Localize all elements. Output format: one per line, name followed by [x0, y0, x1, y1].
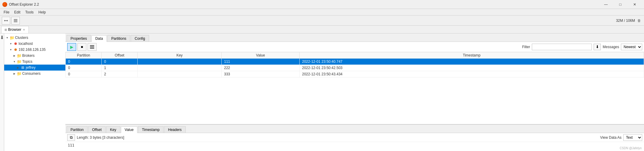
tab-config[interactable]: Config — [131, 35, 149, 42]
cell-value-0: 111 — [222, 59, 300, 65]
svg-rect-4 — [14, 20, 17, 21]
data-toolbar: ▶ ■ Filter ⬇ Messages — [65, 42, 644, 52]
cell-partition-2: 0 — [66, 71, 102, 77]
browser-tab-label: Browser — [8, 28, 21, 32]
title-bar: Offset Explorer 2.2 — □ ✕ — [0, 0, 644, 9]
maximize-button[interactable]: □ — [613, 0, 627, 9]
view-as-select[interactable]: Text JSON XML Hex — [623, 134, 642, 141]
tree-arrow-topics: ▼ — [13, 60, 16, 63]
minimize-button[interactable]: — — [599, 0, 613, 9]
cell-offset-1: 1 — [102, 65, 138, 71]
tree-label-topics: Topics — [22, 60, 32, 64]
table-row[interactable]: 0 0 111 2022-12-01 23:50:40.747 — [66, 59, 644, 65]
menu-file[interactable]: File — [1, 10, 12, 15]
sidebar-area: ⬇ ▼ 📁 Clusters ▼ localhost ▼ 192.168.126… — [0, 33, 65, 151]
title-bar-controls: — □ ✕ — [599, 0, 642, 9]
table-row[interactable]: 0 2 333 2022-12-01 23:50:43.434 — [66, 71, 644, 77]
tree-item-topics[interactable]: ▼ 📁 Topics — [4, 59, 70, 65]
menu-bar: File Edit Tools Help — [0, 9, 644, 16]
tree-icon-localhost — [13, 41, 18, 46]
svg-rect-6 — [90, 45, 94, 46]
cell-key-2 — [138, 71, 222, 77]
svg-rect-5 — [14, 22, 17, 22]
messages-select[interactable]: Newest Oldest — [621, 44, 642, 50]
memory-usage: 32M / 106M — [616, 19, 635, 23]
tree-label-jeffrey: jeffrey — [26, 65, 35, 70]
trash-button[interactable]: 🗑 — [636, 18, 642, 24]
data-table: Partition Offset Key Value Timestamp 0 0… — [65, 52, 644, 77]
btab-partition[interactable]: Partition — [67, 126, 88, 133]
svg-point-0 — [4, 20, 5, 21]
cell-timestamp-2: 2022-12-01 23:50:43.434 — [300, 71, 644, 77]
cell-offset-2: 2 — [102, 71, 138, 77]
value-display: 111 — [65, 142, 644, 151]
svg-rect-3 — [14, 19, 17, 20]
stop-button[interactable]: ■ — [77, 43, 86, 51]
view-as-label: View Data As — [600, 135, 622, 140]
filter-label: Filter — [522, 45, 530, 49]
tree-label-localhost: localhost — [19, 42, 33, 46]
bottom-panel: Partition Offset Key Value Timestamp Hea… — [65, 124, 644, 151]
menu-help[interactable]: Help — [36, 10, 48, 15]
download-button[interactable]: ⬇ — [594, 44, 601, 50]
header-partition: Partition — [66, 52, 102, 59]
copy-button[interactable]: ⧉ — [67, 134, 75, 141]
btab-value[interactable]: Value — [121, 126, 138, 133]
cell-partition-0: 0 — [66, 59, 102, 65]
bottom-tabs: Partition Offset Key Value Timestamp Hea… — [65, 125, 644, 133]
toolbar-left — [2, 17, 20, 25]
toolbar-settings-button[interactable] — [11, 17, 20, 25]
browser-tab-bar: ⊞ Browser × — [0, 26, 644, 33]
tree-label-brokers: Brokers — [22, 54, 34, 58]
btab-key[interactable]: Key — [106, 126, 120, 133]
tree-arrow-jeffrey: ▶ — [16, 66, 20, 69]
tree-item-jeffrey[interactable]: ▶ ⊞ jeffrey — [4, 65, 70, 71]
tree-arrow-consumers: ▶ — [13, 72, 16, 75]
sidebar-arrow[interactable]: ⬇ — [0, 35, 4, 40]
length-text: Length: 3 bytes [3 characters] — [77, 135, 124, 140]
watermark: CSDN @Jafelyn — [620, 147, 642, 150]
messages-label: Messages — [603, 45, 619, 49]
svg-rect-8 — [90, 48, 94, 49]
tree-arrow-brokers: ▶ — [13, 54, 16, 57]
svg-point-1 — [7, 20, 8, 21]
toolbar-connect-button[interactable] — [2, 17, 10, 25]
bottom-content-right: View Data As Text JSON XML Hex — [600, 134, 642, 141]
jeffrey-icon: ⊞ — [20, 65, 25, 70]
table-container: Partition Offset Key Value Timestamp 0 0… — [65, 52, 644, 124]
btab-offset[interactable]: Offset — [88, 126, 106, 133]
tab-properties[interactable]: Properties — [67, 35, 91, 42]
data-toolbar-left: ▶ ■ — [67, 43, 97, 51]
tree-item-localhost[interactable]: ▼ localhost — [4, 41, 70, 47]
filter-input[interactable] — [532, 44, 592, 50]
browser-tab-close[interactable]: × — [22, 28, 25, 31]
data-toolbar-right: Filter ⬇ Messages Newest Oldest — [522, 44, 642, 50]
menu-tools[interactable]: Tools — [23, 10, 36, 15]
table-row[interactable]: 0 1 222 2022-12-01 23:50:42.503 — [66, 65, 644, 71]
main-content: ⬇ ▼ 📁 Clusters ▼ localhost ▼ 192.168.126… — [0, 33, 644, 151]
tree-arrow-clusters: ▼ — [5, 36, 9, 39]
sidebar-arrow-area: ⬇ — [0, 33, 4, 151]
table-view-button[interactable] — [88, 43, 97, 51]
app-title: Offset Explorer 2.2 — [9, 2, 39, 7]
close-button[interactable]: ✕ — [628, 0, 642, 9]
tree-panel: ▼ 📁 Clusters ▼ localhost ▼ 192.168.126.1… — [4, 33, 70, 151]
tree-label-clusters: Clusters — [15, 36, 28, 40]
brokers-folder-icon: 📁 — [17, 53, 22, 58]
cell-partition-1: 0 — [66, 65, 102, 71]
browser-tab[interactable]: ⊞ Browser × — [1, 26, 29, 33]
tab-data[interactable]: Data — [91, 35, 107, 42]
play-button[interactable]: ▶ — [67, 43, 76, 51]
btab-headers[interactable]: Headers — [164, 126, 185, 133]
clusters-folder-icon: 📁 — [10, 35, 14, 40]
bottom-content-left: ⧉ Length: 3 bytes [3 characters] — [67, 134, 124, 141]
tree-item-brokers[interactable]: ▶ 📁 Brokers — [4, 53, 70, 59]
consumers-folder-icon: 📁 — [17, 71, 22, 76]
btab-timestamp[interactable]: Timestamp — [138, 126, 163, 133]
tree-item-consumers[interactable]: ▶ 📁 Consumers — [4, 71, 70, 77]
tab-partitions[interactable]: Partitions — [107, 35, 130, 42]
menu-edit[interactable]: Edit — [12, 10, 23, 15]
header-timestamp: Timestamp — [300, 52, 644, 59]
tree-item-clusters[interactable]: ▼ 📁 Clusters — [4, 35, 70, 41]
tree-item-192[interactable]: ▼ 192.168.126.135 — [4, 47, 70, 53]
